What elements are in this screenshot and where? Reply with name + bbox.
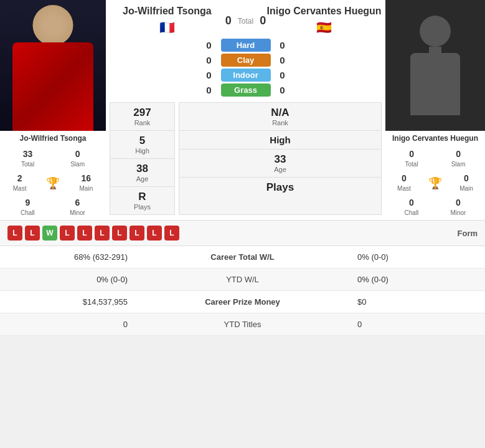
right-trophy-icon: 🏆 <box>428 177 442 189</box>
center-section: Jo-Wilfried Tsonga 🇫🇷 0 Total 0 Inigo Ce… <box>106 0 385 220</box>
stat-label-1: YTD W/L <box>137 269 348 291</box>
right-name-span: Inigo Cervantes Huegun <box>267 6 382 16</box>
form-badge-9: L <box>164 226 179 241</box>
right-mast-value: 0 <box>397 173 411 183</box>
plays-label-left: Plays <box>113 203 172 211</box>
stat-label-3: YTD Titles <box>137 313 348 336</box>
left-trophy-icon-container: 🏆 <box>45 175 61 191</box>
high-stat-left: 5 High <box>110 131 174 159</box>
high-stat-right: High <box>179 131 381 150</box>
form-badge-6: L <box>112 226 127 241</box>
stats-table: 68% (632-291)Career Total W/L0% (0-0)0% … <box>0 246 485 336</box>
silhouette-neck <box>429 47 441 53</box>
form-badge-7: L <box>129 226 144 241</box>
left-stats-row-2: 2 Mast 🏆 16 Main <box>3 172 103 194</box>
left-player-name-text: Jo-Wilfried Tsonga <box>19 134 86 143</box>
indoor-surface-btn[interactable]: Indoor <box>221 69 271 82</box>
stats-row-0: 68% (632-291)Career Total W/L0% (0-0) <box>0 246 485 269</box>
left-flag-icon: 🇫🇷 <box>159 21 175 34</box>
stats-row-1: 0% (0-0)YTD W/L0% (0-0) <box>0 269 485 291</box>
right-slam-value: 0 <box>451 149 466 159</box>
right-stats-row-2: 0 Mast 🏆 0 Main <box>388 172 482 194</box>
main-container: Jo-Wilfried Tsonga 33 Total 0 Slam 2 <box>0 0 485 336</box>
left-mast-stat: 2 Mast <box>12 172 28 194</box>
left-main-value: 16 <box>80 173 93 183</box>
form-badge-3: L <box>60 226 75 241</box>
right-trophy-icon-container: 🏆 <box>427 175 443 191</box>
stats-row-3: 0YTD Titles0 <box>0 313 485 336</box>
right-stats-row-3: 0 Chall 0 Minor <box>388 196 482 218</box>
right-player-column: Inigo Cervantes Huegun 0 Total 0 Slam 0 <box>385 0 485 220</box>
total-score: 0 Total 0 <box>225 5 266 27</box>
grass-score-right: 0 <box>276 85 290 95</box>
middle-stats-row: 297 Rank 5 High 38 Age R Plays <box>108 100 384 217</box>
grass-score-left: 0 <box>202 85 216 95</box>
left-trophy-icon: 🏆 <box>46 177 60 189</box>
indoor-surface-row: 0 Indoor 0 <box>109 69 382 82</box>
rank-value-left: 297 <box>113 107 172 119</box>
right-total-value: 0 <box>405 149 418 159</box>
right-mast-label: Mast <box>397 185 411 192</box>
right-player-stats: 0 Total 0 Slam 0 Mast 🏆 <box>385 146 485 220</box>
right-chall-stat: 0 Chall <box>403 196 420 218</box>
stat-right-2: $0 <box>348 291 485 313</box>
left-mast-value: 2 <box>13 173 27 183</box>
age-value-right: 33 <box>182 153 379 166</box>
right-slam-label: Slam <box>451 161 466 168</box>
form-badges: LLWLLLLLLL <box>7 226 179 241</box>
hard-score-right: 0 <box>276 40 290 50</box>
left-main-stat: 16 Main <box>78 172 95 194</box>
grass-surface-btn[interactable]: Grass <box>221 83 271 97</box>
form-badge-5: L <box>95 226 110 241</box>
left-stats-row-3: 9 Chall 6 Minor <box>3 196 103 218</box>
left-slam-value: 0 <box>70 149 85 159</box>
hard-surface-row: 0 Hard 0 <box>109 39 382 52</box>
left-center-stats-panel: 297 Rank 5 High 38 Age R Plays <box>110 102 175 215</box>
stat-right-1: 0% (0-0) <box>348 269 485 291</box>
left-chall-label: Chall <box>21 209 35 216</box>
right-mast-stat: 0 Mast <box>396 172 412 194</box>
stat-label-0: Career Total W/L <box>137 246 348 269</box>
high-label-left: High <box>113 147 172 155</box>
left-stats-row-1: 33 Total 0 Slam <box>3 148 103 169</box>
right-total-stat: 0 Total <box>404 148 420 169</box>
indoor-score-left: 0 <box>202 70 216 80</box>
right-player-name-below: Inigo Cervantes Huegun <box>385 131 485 146</box>
hard-score-left: 0 <box>202 40 216 50</box>
left-mast-label: Mast <box>13 185 27 192</box>
high-value-right: High <box>182 135 379 145</box>
age-label-right: Age <box>182 166 379 173</box>
form-badge-0: L <box>7 226 22 241</box>
right-stats-row-1: 0 Total 0 Slam <box>388 148 482 169</box>
right-player-photo <box>385 0 485 131</box>
age-stat-left: 38 Age <box>110 159 174 187</box>
total-score-left: 0 <box>225 14 232 27</box>
stat-label-2: Career Prize Money <box>137 291 348 313</box>
left-total-value: 33 <box>21 149 34 159</box>
hard-surface-btn[interactable]: Hard <box>221 39 271 52</box>
left-player-stats: 33 Total 0 Slam 2 Mast 🏆 <box>0 146 106 220</box>
left-minor-label: Minor <box>70 209 85 216</box>
clay-surface-row: 0 Clay 0 <box>109 54 382 67</box>
left-name-block: Jo-Wilfried Tsonga 🇫🇷 <box>109 5 225 35</box>
player-comparison-section: Jo-Wilfried Tsonga 33 Total 0 Slam 2 <box>0 0 485 220</box>
right-center-stats-panel: N/A Rank High 33 Age Plays <box>179 102 382 215</box>
names-scores-row: Jo-Wilfried Tsonga 🇫🇷 0 Total 0 Inigo Ce… <box>106 0 385 35</box>
left-name-span: Jo-Wilfried Tsonga <box>123 6 212 16</box>
form-badge-8: L <box>147 226 162 241</box>
high-value-left: 5 <box>113 135 172 147</box>
clay-surface-btn[interactable]: Clay <box>221 54 271 67</box>
right-name-display: Inigo Cervantes Huegun <box>266 5 382 17</box>
grass-surface-row: 0 Grass 0 <box>109 83 382 97</box>
left-total-label: Total <box>21 161 34 168</box>
left-minor-stat: 6 Minor <box>68 196 87 218</box>
left-main-label: Main <box>80 185 93 192</box>
right-name-block: Inigo Cervantes Huegun 🇪🇸 <box>266 5 382 35</box>
clay-score-right: 0 <box>276 55 290 65</box>
right-chall-value: 0 <box>405 198 419 207</box>
stat-right-0: 0% (0-0) <box>348 246 485 269</box>
silhouette-head <box>420 16 451 47</box>
rank-label-right: Rank <box>182 119 379 126</box>
stat-left-0: 68% (632-291) <box>0 246 137 269</box>
right-slam-stat: 0 Slam <box>450 148 467 169</box>
